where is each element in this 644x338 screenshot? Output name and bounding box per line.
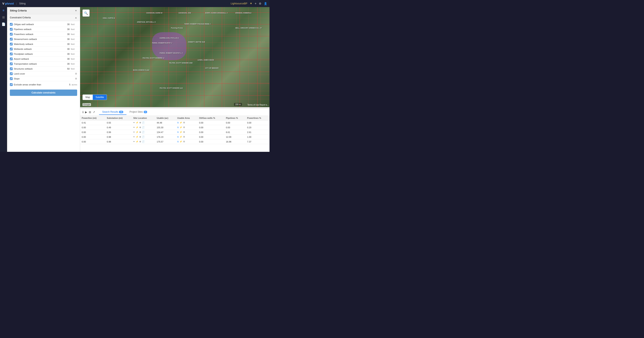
calc-btn-container: Calculate constraints (7, 87, 80, 98)
criteria-checkbox-floodplain[interactable] (10, 53, 13, 55)
criteria-row-slope: Slope ⚙ (7, 76, 80, 81)
panel-icons: ℹ ▶ ⊞ ↗ (82, 110, 95, 114)
panel-export-icon[interactable]: ↗ (93, 110, 95, 114)
top-nav: V pivvot | Siting LightsourceBP ▼ + ⚙ 👤 (0, 0, 270, 7)
nav-user[interactable]: LightsourceBP (231, 2, 248, 5)
bolt2-icon[interactable]: ⚡ (180, 121, 182, 124)
criteria-checkbox-airport[interactable] (10, 58, 13, 60)
criteria-row-airport: Airport setback 30 feet (7, 57, 80, 62)
calculate-constraints-button[interactable]: Calculate constraints (10, 90, 77, 96)
bolt2-icon[interactable]: ⚡ (180, 136, 182, 138)
bolt2-icon[interactable]: ⚡ (180, 131, 182, 133)
tab-search-results[interactable]: Search Results 36 (99, 109, 126, 115)
criteria-checkbox-powerlines[interactable] (10, 33, 13, 36)
nav-settings-icon[interactable]: ⚙ (259, 2, 262, 5)
cell-usable-ac: 175.57 (155, 139, 176, 144)
cell-usable-ac: 134.47 (155, 130, 176, 135)
map-type-map-button[interactable]: Map (83, 95, 93, 100)
siting-criteria-header[interactable]: Siting Criteria ▼ (7, 7, 80, 14)
criteria-checkbox-wetlands[interactable] (10, 48, 13, 50)
bolt-icon[interactable]: ⚡ (136, 126, 138, 129)
bolt-icon[interactable]: ⚡ (136, 140, 138, 143)
nav-add-icon[interactable]: + (255, 2, 256, 5)
cell-powerlines-pct: 0.00 (246, 120, 270, 125)
doc-icon[interactable]: 📄 (142, 140, 144, 143)
bolt2-icon[interactable]: ⚡ (180, 126, 182, 129)
tab-search-badge: 36 (119, 111, 123, 113)
gear2-icon[interactable]: ⚙ (183, 126, 185, 129)
move-icon[interactable]: ⊕ (139, 136, 141, 138)
copy-icon[interactable]: ⧉ (177, 121, 179, 124)
criteria-checkbox-structures[interactable] (10, 67, 13, 70)
criteria-row-structures: Structures setback 50 feet (7, 66, 80, 71)
exclude-checkbox[interactable] (10, 83, 13, 86)
gear2-icon[interactable]: ⚙ (183, 131, 185, 133)
nav-right: LightsourceBP ▼ + ⚙ 👤 (231, 2, 267, 5)
criteria-checkbox-oil-gas[interactable] (10, 23, 13, 26)
criteria-label-airport: Airport setback (14, 58, 62, 60)
bolt-icon[interactable]: ⚡ (136, 131, 138, 133)
cell-site-location: ✏ ⚡ ⊕ 📄 (132, 120, 155, 125)
criteria-row-transportation: Transportation setback 30 feet (7, 62, 80, 66)
map-search-button[interactable]: 🔍 (82, 10, 90, 17)
constraint-criteria-header[interactable]: Constraint Criteria ▲ (7, 14, 80, 21)
bolt-icon[interactable]: ⚡ (136, 136, 138, 138)
move-icon[interactable]: ⊕ (139, 140, 141, 143)
tab-search-label: Search Results (102, 110, 118, 113)
criteria-checkbox-streams[interactable] (10, 38, 13, 41)
bolt2-icon[interactable]: ⚡ (180, 140, 182, 143)
cell-oil-gas-pct: 0.00 (198, 135, 224, 139)
doc-icon[interactable]: 📄 (142, 136, 144, 138)
panel-info-icon[interactable]: ℹ (82, 110, 84, 114)
cell-pipelines-pct: 16.98 (224, 139, 246, 144)
col-usable-ac: Usable (ac) (155, 116, 176, 120)
nav-user-icon[interactable]: 👤 (264, 2, 267, 5)
copy-icon[interactable]: ⧉ (177, 140, 179, 143)
left-icon-document[interactable]: 📄 (2, 22, 6, 26)
cell-site-location: ✏ ⚡ ⊕ 📄 (132, 130, 155, 135)
move-icon[interactable]: ⊕ (139, 126, 141, 129)
criteria-row-land-cover: Land cover ⚙ (7, 71, 80, 76)
doc-icon[interactable]: 📄 (142, 126, 144, 129)
left-icon-layers[interactable]: ⊞ (2, 16, 5, 19)
gear2-icon[interactable]: ⚙ (183, 121, 185, 124)
criteria-checkbox-waterbody[interactable] (10, 43, 13, 46)
map-label-lewis: LEWIS, JAMES WADE (198, 59, 214, 61)
left-icon-menu[interactable]: ≡ (2, 9, 4, 12)
edit-icon[interactable]: ✏ (133, 121, 135, 124)
map-grid-overlay (80, 7, 270, 107)
map-view[interactable]: DAVIDSON, DARIN W DAVIDSON, JON AVERY, K… (80, 7, 270, 107)
land-cover-gear-icon[interactable]: ⚙ (75, 72, 77, 75)
criteria-checkbox-pipelines[interactable] (10, 28, 13, 31)
criteria-checkbox-transportation[interactable] (10, 62, 13, 65)
exclude-label: Exclude areas smaller than (14, 83, 63, 86)
exclude-value: 5 (64, 83, 70, 86)
edit-icon[interactable]: ✏ (133, 131, 135, 133)
nav-user-chevron[interactable]: ▼ (250, 2, 252, 5)
edit-icon[interactable]: ✏ (133, 126, 135, 129)
edit-icon[interactable]: ✏ (133, 136, 135, 138)
criteria-checkbox-land-cover[interactable] (10, 72, 13, 75)
copy-icon[interactable]: ⧉ (177, 126, 179, 129)
criteria-label-streams: Streams/rivers setback (14, 38, 62, 40)
slope-gear-icon[interactable]: ⚙ (75, 77, 77, 80)
move-icon[interactable]: ⊕ (139, 131, 141, 133)
bolt-icon[interactable]: ⚡ (136, 121, 138, 124)
gear2-icon[interactable]: ⚙ (183, 136, 185, 138)
criteria-row-streams: Streams/rivers setback 30 feet (7, 37, 80, 42)
panel-layers-icon[interactable]: ⊞ (89, 110, 91, 114)
table-row: 0.00 0.98 ✏ ⚡ ⊕ 📄 175.57 ⧉ ⚡ ⚙ 0.00 16.9… (80, 139, 270, 144)
doc-icon[interactable]: 📄 (142, 121, 144, 124)
cell-oil-gas-pct: 0.00 (198, 125, 224, 130)
move-icon[interactable]: ⊕ (139, 121, 141, 124)
copy-icon[interactable]: ⧉ (177, 136, 179, 138)
panel-play-icon[interactable]: ▶ (85, 110, 87, 114)
criteria-checkbox-slope[interactable] (10, 77, 13, 80)
map-type-satellite-button[interactable]: Satellite (93, 95, 107, 100)
copy-icon[interactable]: ⧉ (177, 131, 179, 133)
doc-icon[interactable]: 📄 (142, 131, 144, 133)
edit-icon[interactable]: ✏ (133, 140, 135, 143)
gear2-icon[interactable]: ⚙ (183, 140, 185, 143)
tab-project-sites[interactable]: Project Sites 5 (126, 109, 150, 115)
criteria-unit-powerlines: feet (71, 33, 77, 35)
